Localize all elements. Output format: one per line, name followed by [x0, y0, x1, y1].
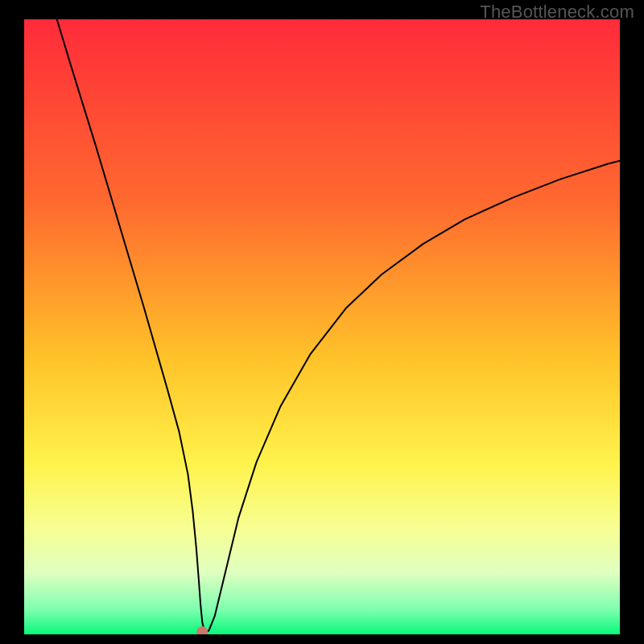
bottleneck-chart [24, 19, 620, 634]
watermark-text: TheBottleneck.com [480, 2, 634, 23]
gradient-background [24, 19, 620, 634]
chart-container [24, 19, 620, 634]
